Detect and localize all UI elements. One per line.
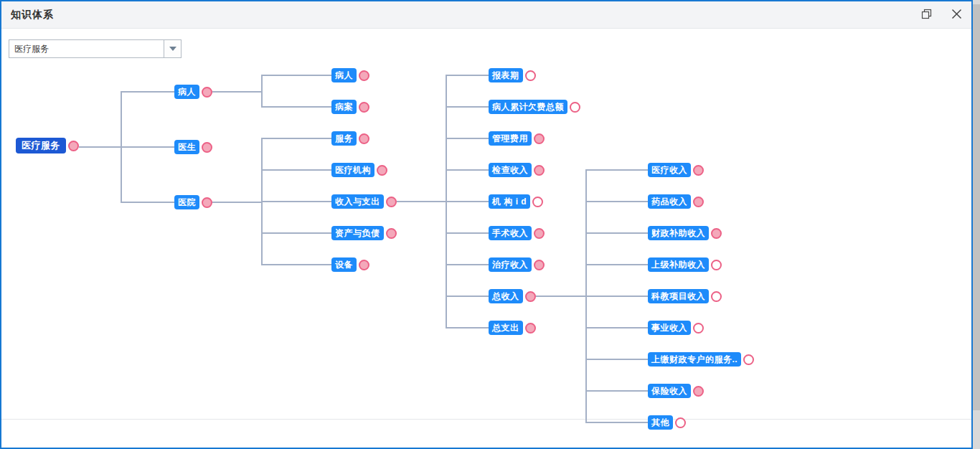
tree-node-label[interactable]: 病人: [174, 85, 199, 99]
tree-node[interactable]: 病人: [174, 85, 212, 99]
title-bar: 知识体系: [1, 1, 971, 29]
tree-node[interactable]: 财政补助收入: [648, 226, 722, 240]
node-expand-handle[interactable]: [693, 197, 704, 207]
node-expand-handle[interactable]: [525, 323, 536, 334]
tree-node-label[interactable]: 检查收入: [489, 163, 532, 177]
node-expand-handle[interactable]: [359, 102, 369, 113]
node-expand-handle[interactable]: [532, 197, 543, 207]
tree-node[interactable]: 药品收入: [648, 194, 704, 209]
node-expand-handle[interactable]: [693, 323, 704, 334]
tree-node-label[interactable]: 资产与负债: [331, 226, 384, 240]
tree-node-label[interactable]: 医疗服务: [16, 138, 66, 153]
close-button[interactable]: [946, 4, 967, 26]
tree-node[interactable]: 医疗服务: [16, 138, 79, 153]
tree-node-label[interactable]: 上缴财政专户的服务..: [648, 352, 741, 367]
tree-node[interactable]: 保险收入: [648, 384, 704, 398]
node-expand-handle[interactable]: [711, 291, 722, 302]
restore-button[interactable]: [915, 4, 937, 26]
tree-node[interactable]: 总收入: [489, 289, 536, 303]
tree-node[interactable]: 上级补助收入: [648, 257, 722, 272]
restore-icon: [921, 9, 932, 22]
tree-node-label[interactable]: 药品收入: [648, 194, 691, 209]
tree-node-label[interactable]: 病人累计欠费总额: [489, 100, 567, 114]
tree-node-label[interactable]: 治疗收入: [489, 257, 532, 272]
tree-node[interactable]: 报表期: [489, 68, 536, 82]
tree-node[interactable]: 病人累计欠费总额: [489, 100, 580, 114]
tree-node-label[interactable]: 其他: [648, 415, 673, 430]
tree-node[interactable]: 治疗收入: [489, 257, 545, 272]
tree-node[interactable]: 服务: [331, 131, 369, 146]
tree-node[interactable]: 医生: [174, 140, 212, 154]
node-expand-handle[interactable]: [743, 354, 754, 365]
node-expand-handle[interactable]: [711, 228, 722, 239]
tree-node[interactable]: 医院: [174, 195, 212, 209]
tree-node[interactable]: 病案: [331, 100, 369, 114]
tree-node[interactable]: 医疗收入: [648, 163, 704, 177]
chevron-down-icon: [169, 47, 176, 51]
combo-selected-value: 医疗服务: [9, 40, 164, 57]
tree-node[interactable]: 机 构 i d: [489, 194, 543, 209]
combo-dropdown-button[interactable]: [164, 40, 181, 57]
node-expand-handle[interactable]: [359, 133, 369, 144]
tree-node-label[interactable]: 财政补助收入: [648, 226, 709, 240]
tree-node[interactable]: 设备: [331, 257, 369, 272]
tree-node-label[interactable]: 医院: [174, 195, 199, 209]
tree-node-label[interactable]: 病案: [331, 100, 357, 114]
tree-node[interactable]: 科教项目收入: [648, 289, 722, 303]
close-icon: [951, 9, 962, 22]
node-expand-handle[interactable]: [693, 386, 704, 397]
tree-node[interactable]: 手术收入: [489, 226, 545, 240]
node-expand-handle[interactable]: [675, 417, 686, 428]
tree-node[interactable]: 事业收入: [648, 321, 704, 335]
node-expand-handle[interactable]: [534, 228, 545, 239]
tree-node-label[interactable]: 总支出: [489, 321, 523, 335]
node-expand-handle[interactable]: [711, 260, 722, 270]
window-controls: [915, 1, 967, 29]
tree-node[interactable]: 资产与负债: [331, 226, 397, 240]
node-expand-handle[interactable]: [202, 197, 212, 208]
node-expand-handle[interactable]: [386, 197, 397, 207]
tree-node-label[interactable]: 服务: [331, 131, 357, 146]
tree-node-label[interactable]: 医生: [174, 140, 199, 154]
node-expand-handle[interactable]: [570, 102, 580, 113]
tree-node-label[interactable]: 机 构 i d: [489, 194, 530, 209]
node-expand-handle[interactable]: [693, 165, 704, 176]
node-expand-handle[interactable]: [534, 260, 545, 270]
tree-node-label[interactable]: 总收入: [489, 289, 523, 303]
node-expand-handle[interactable]: [534, 165, 545, 176]
scrollbar[interactable]: [973, 0, 980, 449]
tree-node-label[interactable]: 设备: [331, 257, 357, 272]
tree-node[interactable]: 医疗机构: [331, 163, 387, 177]
tree-node-label[interactable]: 手术收入: [489, 226, 532, 240]
tree-node-label[interactable]: 报表期: [489, 68, 523, 82]
node-expand-handle[interactable]: [359, 260, 369, 270]
tree-node[interactable]: 管理费用: [489, 131, 545, 146]
scrollbar-thumb[interactable]: [973, 4, 980, 410]
tree-node-label[interactable]: 收入与支出: [331, 194, 384, 209]
tree-node[interactable]: 收入与支出: [331, 194, 397, 209]
canvas-footer-divider: [1, 419, 971, 420]
tree-node-label[interactable]: 管理费用: [489, 131, 532, 146]
tree-node[interactable]: 上缴财政专户的服务..: [648, 352, 754, 367]
node-expand-handle[interactable]: [377, 165, 387, 176]
node-expand-handle[interactable]: [359, 70, 369, 81]
node-expand-handle[interactable]: [68, 141, 79, 151]
node-expand-handle[interactable]: [386, 228, 397, 239]
tree-node[interactable]: 病人: [331, 68, 369, 82]
knowledge-tree-select[interactable]: 医疗服务: [9, 39, 182, 58]
node-expand-handle[interactable]: [525, 70, 536, 81]
node-expand-handle[interactable]: [525, 291, 536, 302]
tree-node-label[interactable]: 事业收入: [648, 321, 691, 335]
tree-node[interactable]: 检查收入: [489, 163, 545, 177]
tree-node[interactable]: 总支出: [489, 321, 536, 335]
tree-node-label[interactable]: 上级补助收入: [648, 257, 709, 272]
tree-node[interactable]: 其他: [648, 415, 686, 430]
tree-node-label[interactable]: 医疗机构: [331, 163, 374, 177]
node-expand-handle[interactable]: [534, 133, 545, 144]
tree-node-label[interactable]: 医疗收入: [648, 163, 691, 177]
tree-node-label[interactable]: 病人: [331, 68, 357, 82]
node-expand-handle[interactable]: [202, 142, 212, 153]
tree-node-label[interactable]: 科教项目收入: [648, 289, 709, 303]
tree-node-label[interactable]: 保险收入: [648, 384, 691, 398]
node-expand-handle[interactable]: [202, 87, 212, 98]
